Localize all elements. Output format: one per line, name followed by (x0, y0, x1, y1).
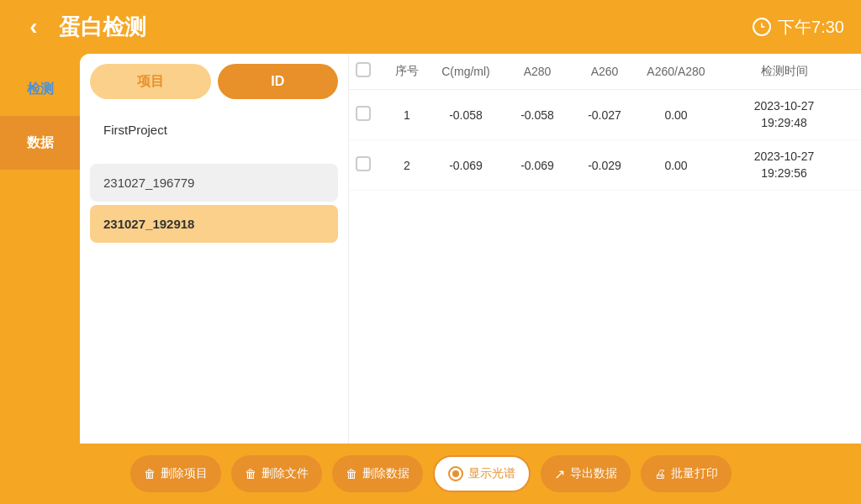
id-list: 231027_196779 231027_192918 (80, 154, 348, 253)
delete-data-icon: 🗑 (346, 467, 357, 480)
id-item-2[interactable]: 231027_192918 (90, 205, 338, 243)
delete-project-icon: 🗑 (144, 467, 156, 480)
batch-print-button[interactable]: 🖨 批量打印 (641, 455, 732, 492)
col-header-a260: A260 (571, 65, 638, 78)
table-header: 序号 C(mg/ml) A280 A260 A260/A280 检测时间 (349, 54, 861, 90)
row2-time: 2023-10-2719:29:56 (714, 149, 854, 181)
show-spectrum-icon (448, 466, 463, 481)
tab-project[interactable]: 项目 (90, 64, 211, 99)
row1-seq: 1 (386, 108, 428, 122)
sidebar-item-shuju[interactable]: 数据 (0, 116, 80, 170)
row1-a260: -0.027 (571, 108, 638, 122)
col-header-time: 检测时间 (714, 64, 854, 79)
delete-data-button[interactable]: 🗑 删除数据 (332, 455, 423, 492)
row1-ratio: 0.00 (638, 108, 714, 122)
time-display: 下午7:30 (778, 16, 844, 39)
row2-a260: -0.029 (571, 159, 638, 172)
tab-id[interactable]: ID (218, 64, 339, 99)
sidebar-item-jiance[interactable]: 检测 (0, 62, 80, 116)
row2-c: -0.069 (428, 159, 504, 172)
row2-seq: 2 (386, 159, 428, 172)
project-list: FirstProject (80, 106, 348, 154)
row2-checkbox[interactable] (356, 156, 371, 171)
row1-c: -0.058 (428, 108, 504, 122)
row2-a280: -0.069 (504, 159, 571, 172)
show-spectrum-button[interactable]: 显示光谱 (433, 455, 531, 492)
sidebar: 检测 数据 (0, 54, 80, 444)
col-header-ratio: A260/A280 (638, 65, 714, 78)
delete-project-button[interactable]: 🗑 删除项目 (130, 455, 221, 492)
left-panel: 项目 ID FirstProject 231027_196779 231027_… (80, 54, 349, 444)
id-item-1[interactable]: 231027_196779 (90, 164, 338, 202)
table-row[interactable]: 1 -0.058 -0.058 -0.027 0.00 2023-10-2719… (349, 90, 861, 140)
print-icon: 🖨 (654, 467, 666, 480)
export-data-button[interactable]: ↗ 导出数据 (541, 455, 631, 492)
back-button[interactable]: ‹ (17, 10, 50, 44)
delete-file-button[interactable]: 🗑 删除文件 (231, 455, 322, 492)
delete-file-icon: 🗑 (245, 467, 256, 480)
col-header-c: C(mg/ml) (428, 65, 504, 78)
sidebar-label-shuju: 数据 (27, 134, 54, 152)
sidebar-label-jiance: 检测 (27, 81, 54, 98)
clock-icon (753, 18, 771, 36)
select-all-checkbox[interactable] (356, 62, 371, 77)
row2-ratio: 0.00 (638, 159, 714, 172)
export-icon: ↗ (554, 466, 565, 482)
right-panel: 序号 C(mg/ml) A280 A260 A260/A280 检测时间 1 -… (349, 54, 861, 444)
col-header-a280: A280 (504, 65, 571, 78)
row1-checkbox[interactable] (356, 106, 371, 121)
row1-time: 2023-10-2719:29:48 (714, 98, 854, 131)
header-time: 下午7:30 (753, 16, 844, 39)
tab-bar: 项目 ID (80, 54, 348, 106)
bottom-toolbar: 🗑 删除项目 🗑 删除文件 🗑 删除数据 显示光谱 ↗ 导出数据 🖨 批量打印 (0, 444, 861, 504)
content-panels: 项目 ID FirstProject 231027_196779 231027_… (80, 54, 861, 444)
project-item[interactable]: FirstProject (90, 113, 338, 147)
row1-a280: -0.058 (504, 108, 571, 122)
col-header-seq: 序号 (386, 64, 428, 79)
table-row[interactable]: 2 -0.069 -0.069 -0.029 0.00 2023-10-2719… (349, 140, 861, 191)
page-title: 蛋白检测 (59, 13, 146, 42)
header: ‹ 蛋白检测 下午7:30 (0, 0, 861, 54)
main-container: 检测 数据 项目 ID FirstProject 231027_196779 (0, 54, 861, 444)
